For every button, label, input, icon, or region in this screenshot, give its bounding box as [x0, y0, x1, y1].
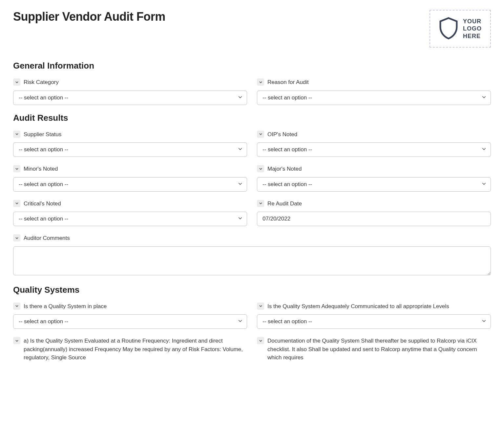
- collapse-toggle[interactable]: [257, 303, 264, 310]
- select-supplier-status[interactable]: [13, 142, 247, 157]
- select-majors-noted[interactable]: [257, 177, 491, 192]
- label-re-audit-date: Re Audit Date: [267, 200, 302, 208]
- label-criticals-noted: Critical's Noted: [24, 200, 61, 208]
- collapse-toggle[interactable]: [13, 337, 20, 344]
- logo-text-line3: HERE: [463, 32, 482, 40]
- label-qs-documentation: Documentation of the Quality System Shal…: [267, 337, 491, 362]
- label-qs-communicated: Is the Quality System Adequately Communi…: [267, 302, 449, 311]
- select-risk-category[interactable]: [13, 91, 247, 105]
- select-qs-communicated[interactable]: [257, 314, 491, 329]
- label-qs-evaluated: a) Is the Quality System Evaluated at a …: [24, 337, 247, 362]
- collapse-toggle[interactable]: [13, 200, 20, 207]
- section-quality-systems-heading: Quality Systems: [13, 285, 491, 295]
- logo-placeholder: YOUR LOGO HERE: [430, 10, 491, 48]
- select-reason-for-audit[interactable]: [257, 91, 491, 105]
- input-re-audit-date[interactable]: [257, 212, 491, 226]
- select-qs-in-place[interactable]: [13, 314, 247, 329]
- collapse-toggle[interactable]: [257, 165, 264, 172]
- label-risk-category: Risk Category: [24, 78, 59, 87]
- logo-text-line2: LOGO: [463, 25, 482, 32]
- logo-text-line1: YOUR: [463, 18, 482, 25]
- label-minors-noted: Minor's Noted: [24, 165, 58, 173]
- collapse-toggle[interactable]: [13, 131, 20, 138]
- select-criticals-noted[interactable]: [13, 212, 247, 226]
- select-minors-noted[interactable]: [13, 177, 247, 192]
- label-oips-noted: OIP's Noted: [267, 130, 297, 139]
- collapse-toggle[interactable]: [257, 337, 264, 344]
- label-reason-for-audit: Reason for Audit: [267, 78, 309, 87]
- collapse-toggle[interactable]: [257, 200, 264, 207]
- collapse-toggle[interactable]: [13, 165, 20, 172]
- collapse-toggle[interactable]: [257, 78, 264, 86]
- label-qs-in-place: Is there a Quality System in place: [24, 302, 107, 311]
- label-supplier-status: Supplier Status: [24, 130, 61, 139]
- collapse-toggle[interactable]: [13, 234, 20, 242]
- shield-icon: [439, 16, 458, 41]
- collapse-toggle[interactable]: [13, 303, 20, 310]
- section-audit-results-heading: Audit Results: [13, 113, 491, 123]
- section-general-heading: General Information: [13, 61, 491, 71]
- collapse-toggle[interactable]: [13, 78, 20, 86]
- label-auditor-comments: Auditor Comments: [24, 234, 70, 242]
- select-oips-noted[interactable]: [257, 142, 491, 157]
- collapse-toggle[interactable]: [257, 131, 264, 138]
- textarea-auditor-comments[interactable]: [13, 246, 491, 275]
- label-majors-noted: Major's Noted: [267, 165, 302, 173]
- page-title: Supplier Vendor Audit Form: [13, 10, 165, 24]
